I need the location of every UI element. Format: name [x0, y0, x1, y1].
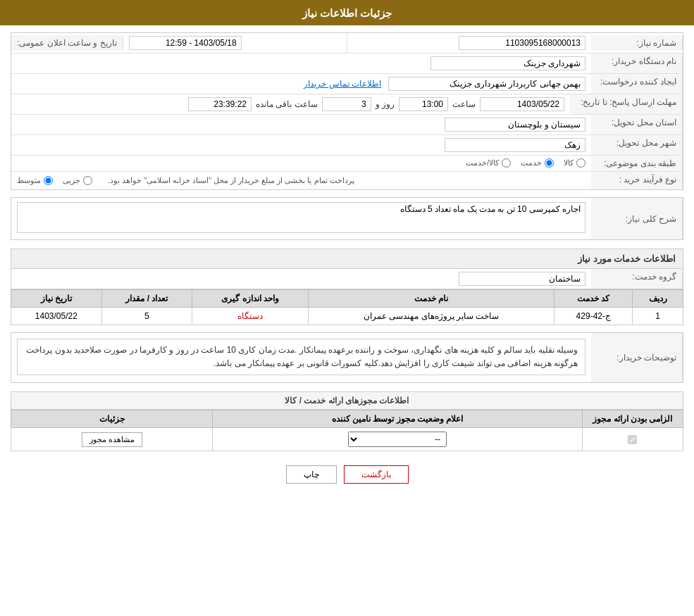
sharh-label: شرح کلی نیاز: [591, 198, 683, 239]
print-button[interactable]: چاپ [286, 465, 337, 484]
cell-joziyat: مشاهده مجوز [11, 428, 213, 451]
ijad-konande-label: ایجاد کننده درخواست: [591, 74, 683, 94]
radio-khedmat-label: خدمت [521, 158, 542, 168]
col-tedad: تعداد / مقدار [101, 290, 192, 308]
cell-kod: ج-42-429 [554, 308, 633, 325]
cell-vahed: دستگاه [192, 308, 309, 325]
mohlat-date-input [480, 97, 564, 111]
radio-motavaset-label: متوسط [17, 176, 41, 185]
table-row: 1 ج-42-429 ساخت سایر پروژه‌های مهندسی عم… [11, 308, 683, 325]
action-buttons: بازگشت چاپ [11, 465, 683, 484]
grouh-section: گروه خدمت: [11, 268, 683, 289]
nam-dastgah-value [11, 54, 591, 73]
page-wrapper: جزئیات اطلاعات نیاز شماره نیاز: تاریخ و … [0, 0, 694, 616]
radio-kala[interactable]: کالا [564, 158, 585, 168]
row-mohlat: مهلت ارسال پاسخ: تا تاریخ: ساعت روز و سا… [11, 94, 683, 115]
ostan-value [11, 115, 591, 134]
col-kod: کد خدمت [554, 290, 633, 308]
sharh-section: شرح کلی نیاز: اجاره کمپرسی 10 تن به مدت … [11, 197, 683, 240]
shahr-value [11, 135, 591, 155]
farayand-note: پرداخت تمام یا بخشی از مبلغ خریدار از مح… [104, 175, 359, 187]
radio-kala-label: کالا [564, 158, 574, 168]
noe-farayand-value: جزیی متوسط پرداخت تمام یا بخشی از مبلغ خ… [11, 172, 591, 189]
radio-motavaset-input[interactable] [44, 176, 53, 185]
col-vaziat: اعلام وضعیت مجوز توسط نامین کننده [213, 410, 583, 428]
row-grouh: گروه خدمت: [11, 269, 683, 289]
elzami-checkbox[interactable] [628, 435, 637, 444]
row-noe-farayand: نوع فرآیند خرید : جزیی متوسط [11, 172, 683, 189]
tarikh-aelan-value [123, 33, 347, 53]
tosih-section: توضیحات خریدار: وسیله نقلیه باید سالم و … [11, 332, 683, 383]
radio-motavaset[interactable]: متوسط [17, 176, 53, 185]
row-nam-dastgah: نام دستگاه خریدار: [11, 54, 683, 74]
page-header: جزئیات اطلاعات نیاز [0, 1, 694, 25]
mohlat-rooz-input [322, 97, 371, 111]
tosih-label: توضیحات خریدار: [591, 333, 683, 382]
radio-kala-khedmat-input[interactable] [502, 158, 511, 168]
col-joziyat: جزئیات [11, 410, 213, 428]
main-content: شماره نیاز: تاریخ و ساعت اعلان عمومی: نا… [0, 25, 694, 505]
services-table: ردیف کد خدمت نام خدمت واحد اندازه گیری ت… [11, 289, 683, 325]
tarikh-aelan-label: تاریخ و ساعت اعلان عمومی: [11, 35, 123, 51]
nam-dastgah-input [430, 56, 585, 70]
cell-nam: ساخت سایر پروژه‌های مهندسی عمران [308, 308, 554, 325]
ijad-konande-value: اطلاعات تماس خریدار [11, 74, 591, 94]
shomare-niaz-value [347, 33, 591, 53]
permits-table-header: الزامی بودن ارائه مجوز اعلام وضعیت مجوز … [11, 410, 683, 428]
tabaqe-label: طبقه بندی موضوعی: [591, 156, 683, 171]
baqi-mande-label: ساعت باقی مانده [256, 99, 318, 109]
col-vahed: واحد اندازه گیری [192, 290, 309, 308]
cell-tarikh: 1403/05/22 [11, 308, 102, 325]
mojavez-title: اطلاعات مجوزهای ارائه خدمت / کالا [11, 391, 683, 410]
cell-vaziat: -- [213, 428, 583, 451]
ostan-label: استان محل تحویل: [591, 115, 683, 134]
cell-tedad: 5 [101, 308, 192, 325]
mohlat-label: مهلت ارسال پاسخ: تا تاریخ: [570, 94, 683, 114]
row-tabaqe: طبقه بندی موضوعی: کالا خدمت [11, 156, 683, 172]
col-elzami: الزامی بودن ارائه مجوز [582, 410, 683, 428]
vaziat-select[interactable]: -- [348, 432, 447, 447]
view-mojavez-button[interactable]: مشاهده مجوز [82, 432, 142, 447]
row-shahr: شهر محل تحویل: [11, 135, 683, 156]
col-nam: نام خدمت [308, 290, 554, 308]
grouh-label: گروه خدمت: [591, 269, 683, 289]
ijad-konande-input [388, 77, 585, 91]
grouh-value [11, 269, 591, 289]
mohlat-saat-input [399, 97, 448, 111]
khadamat-title: اطلاعات خدمات مورد نیاز [11, 249, 683, 268]
radio-khedmat-input[interactable] [545, 158, 554, 168]
grouh-input [459, 272, 585, 286]
cell-radif: 1 [633, 308, 683, 325]
row-ijad-konande: ایجاد کننده درخواست: اطلاعات تماس خریدار [11, 74, 683, 94]
permit-row: -- مشاهده مجوز [11, 428, 683, 451]
radio-jozi-input[interactable] [83, 176, 92, 185]
contact-link[interactable]: اطلاعات تماس خریدار [304, 79, 381, 89]
tarikh-aelan-input [129, 36, 242, 50]
sharh-textarea[interactable]: اجاره کمپرسی 10 تن به مدت یک ماه تعداد 5… [17, 202, 585, 233]
radio-kala-khedmat[interactable]: کالا/خدمت [466, 158, 511, 168]
nam-dastgah-label: نام دستگاه خریدار: [591, 54, 683, 73]
radio-khedmat[interactable]: خدمت [521, 158, 554, 168]
rooz-label: روز و [376, 99, 395, 109]
elzami-checkbox-wrap [588, 435, 677, 444]
permits-table: الزامی بودن ارائه مجوز اعلام وضعیت مجوز … [11, 410, 683, 451]
saat-label: ساعت [452, 99, 476, 109]
page-title: جزئیات اطلاعات نیاز [302, 7, 392, 19]
radio-jozi-label: جزیی [63, 176, 80, 185]
back-button[interactable]: بازگشت [344, 465, 409, 484]
cell-elzami [582, 428, 683, 451]
shomare-niaz-input [459, 36, 585, 50]
shahr-input [445, 138, 585, 152]
col-tarikh: تاریخ نیاز [11, 290, 102, 308]
shahr-label: شهر محل تحویل: [591, 135, 683, 155]
ostan-input [445, 118, 585, 132]
radio-jozi[interactable]: جزیی [63, 176, 92, 185]
tosih-text: وسیله نقلیه باید سالم و کلیه هزینه های ن… [17, 339, 585, 375]
sharh-content: اجاره کمپرسی 10 تن به مدت یک ماه تعداد 5… [11, 198, 591, 239]
noe-farayand-label: نوع فرآیند خرید : [591, 172, 683, 189]
mohlat-value: ساعت روز و ساعت باقی مانده [11, 94, 570, 114]
radio-kala-input[interactable] [576, 158, 585, 168]
row-shomare-tarikh: شماره نیاز: تاریخ و ساعت اعلان عمومی: [11, 33, 683, 54]
col-radif: ردیف [633, 290, 683, 308]
shomare-niaz-label: شماره نیاز: [591, 35, 683, 51]
